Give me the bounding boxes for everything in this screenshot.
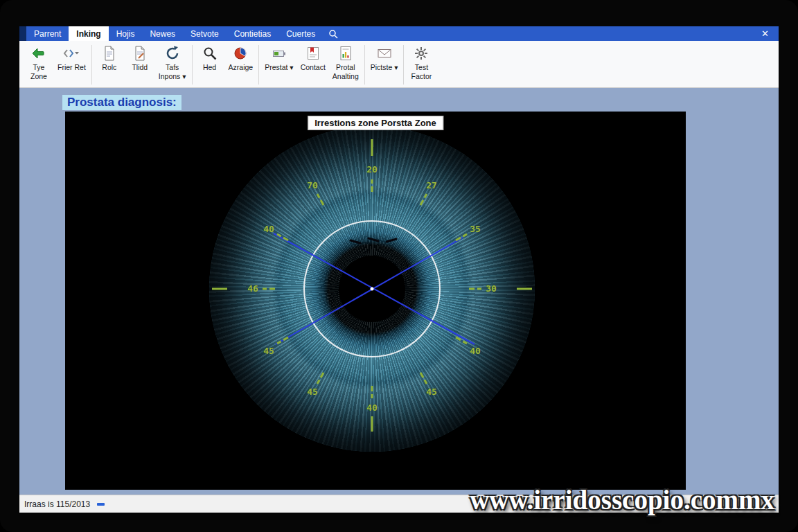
sync-arrow-icon [164, 44, 181, 63]
iris-dark-marks [351, 238, 396, 243]
ribbon-divider [403, 45, 404, 85]
ribbon-button-prestat[interactable]: Prestat ▾ [261, 42, 296, 87]
tab-setvote[interactable]: Setvote [183, 26, 227, 41]
degree-label: 20 [366, 164, 378, 175]
center-dot [371, 287, 374, 291]
iris-image-panel: 20 27 35 30 40 45 40 45 45 46 40 70 Irr [65, 112, 686, 490]
tab-hojis[interactable]: Hojis [109, 26, 143, 41]
content-area: Prostata diagnosis: [19, 88, 779, 495]
degree-label: 40 [366, 402, 378, 413]
degree-label: 46 [247, 283, 258, 294]
degree-label: 45 [426, 387, 437, 397]
tab-cuertes[interactable]: Cuertes [278, 26, 323, 41]
document-icon [101, 44, 118, 63]
bookmark-card-icon [305, 44, 321, 63]
ribbon-button-protal-analting[interactable]: ProtalAnalting [329, 42, 362, 87]
app-window: Parrent Inking Hojis Newes Setvote Conti… [19, 26, 779, 513]
battery-icon [271, 44, 287, 63]
ribbon-button-rolc[interactable]: Rolc [94, 42, 125, 87]
menu-corner-block [19, 26, 26, 41]
degree-label: 40 [470, 346, 481, 356]
chevrons-icon [62, 44, 80, 63]
ribbon-divider [364, 45, 365, 85]
magnifier-icon [202, 44, 218, 63]
document-edit-icon [132, 44, 148, 63]
ribbon-button-frier-ret[interactable]: Frier Ret [54, 42, 89, 87]
ribbon-button-tafs-inpons[interactable]: TafsInpons ▾ [155, 42, 190, 87]
ribbon-button-azraige[interactable]: Azraige [225, 42, 257, 87]
degree-label: 40 [263, 224, 274, 234]
ribbon-toolbar: TyeZone Frier Ret [19, 41, 779, 88]
ribbon-divider [258, 45, 259, 85]
menu-bar: Parrent Inking Hojis Newes Setvote Conti… [19, 26, 779, 41]
degree-label: 30 [486, 283, 497, 294]
degree-label: 45 [307, 387, 318, 397]
tab-parrent[interactable]: Parrent [26, 26, 69, 41]
ribbon-button-pictste[interactable]: Pictste ▾ [367, 42, 402, 87]
search-icon [328, 29, 338, 39]
ribbon-button-tlidd[interactable]: Tlidd [125, 42, 155, 87]
tab-contietias[interactable]: Contietias [227, 26, 278, 41]
envelope-icon [376, 44, 393, 63]
ribbon-button-contact[interactable]: Contact [297, 42, 329, 87]
menu-search-button[interactable] [323, 26, 344, 41]
report-chart-icon [337, 44, 354, 63]
close-button[interactable]: ✕ [752, 26, 779, 41]
device-frame: Parrent Inking Hojis Newes Setvote Conti… [0, 0, 798, 532]
pie-chart-icon [232, 44, 249, 63]
page-title: Prostata diagnosis: [62, 95, 181, 110]
iris-overlay: 20 27 35 30 40 45 40 45 45 46 40 70 [65, 112, 686, 490]
degree-label: 27 [426, 180, 437, 190]
tab-newes[interactable]: Newes [142, 26, 183, 41]
tab-inking[interactable]: Inking [69, 26, 108, 41]
iris-zone-title: Irrestions zone Porstta Zone [308, 116, 443, 130]
ribbon-divider [91, 45, 92, 85]
green-back-arrow-icon [30, 44, 47, 63]
ribbon-button-tye-zone[interactable]: TyeZone [24, 42, 54, 87]
status-text: Irraas is 115/2013 [24, 499, 90, 509]
watermark-text: www.irridosscopio.commx [470, 484, 774, 515]
status-marker [97, 503, 105, 506]
degree-label: 35 [470, 224, 481, 234]
ribbon-button-test-factor[interactable]: TestFactor [406, 42, 436, 87]
ribbon-divider [192, 45, 193, 85]
degree-label: 70 [307, 180, 318, 190]
degree-label: 45 [263, 346, 274, 356]
ribbon-button-hed[interactable]: Hed [195, 42, 225, 87]
gear-icon [413, 44, 429, 63]
